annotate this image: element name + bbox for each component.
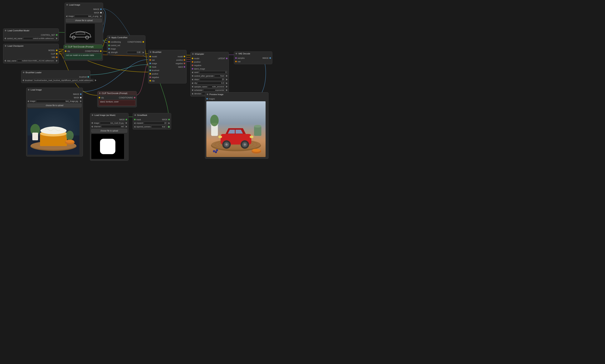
- ks-scheduler-row: scheduler exponential: [190, 88, 229, 92]
- grow-mask-header: GrowMask: [133, 113, 171, 117]
- bl-field-row: brushnet brushnet/random_mask_brushnet_c…: [21, 78, 90, 82]
- grow-mask-title: GrowMask: [137, 114, 147, 116]
- port-image-dot[interactable]: [100, 8, 102, 10]
- ckpt-field-value: realisticVisionV60B1_v51VAE.safetensors: [17, 59, 55, 62]
- svg-rect-12: [32, 133, 38, 140]
- load-image-top-node: Load Image IMAGE MASK image test_cn.png …: [65, 3, 103, 45]
- strength-tri-right[interactable]: [143, 52, 144, 53]
- strength-tri-left[interactable]: [108, 52, 110, 53]
- clip-positive-text[interactable]: red car model on a wooden table: [65, 53, 102, 59]
- lm-image-field: image test_mask (6).jpg: [90, 121, 128, 125]
- preview-image-header: Preview Image: [205, 92, 268, 96]
- lib-image-value: test_image.jpg: [36, 100, 79, 103]
- ks-control-row: control_after_generate fixed: [190, 74, 229, 78]
- svg-point-38: [215, 151, 217, 153]
- clip-negative-title: CLIP Text Encode (Prompt): [102, 92, 127, 94]
- ks-steps-row: steps 20: [190, 78, 229, 81]
- bn-clip-in: clip: [148, 79, 186, 82]
- cn-clip-in: clip CONDITIONING: [97, 96, 136, 99]
- cn-field-value: control-scribble.safetensors: [23, 37, 55, 40]
- vae-decode-node: VAE Decode samples IMAGE vae: [234, 52, 272, 64]
- lm-image-value: test_mask (6).jpg: [100, 122, 125, 124]
- load-checkpoint-title: Load Checkpoint: [8, 45, 24, 47]
- bl-field-value: brushnet/random_mask_brushnet_ckpt/diffu…: [33, 79, 94, 82]
- bl-brushnet-out: brushnet: [21, 75, 90, 78]
- port-model-out: MODEL: [3, 49, 59, 52]
- pi-images-in: images: [205, 97, 268, 101]
- conditioning-in-dot[interactable]: [108, 41, 110, 43]
- apply-controlnet-header: Apply ControlNet: [107, 36, 145, 39]
- control-net-in-row: control_net: [107, 44, 145, 47]
- ks-model-in: model LATENT: [190, 57, 229, 60]
- ckpt-tri-right[interactable]: [56, 60, 57, 62]
- image-in-dot[interactable]: [108, 48, 110, 50]
- svg-point-25: [225, 143, 228, 146]
- preview-image-title: Preview Image: [209, 93, 223, 95]
- load-mask-title: Load Image (as Mask): [94, 114, 115, 116]
- ks-cfg-row: cfg 6.0: [190, 81, 229, 85]
- lm-channel-field: channel red: [90, 125, 128, 128]
- load-checkpoint-dot: [5, 45, 6, 47]
- port-clip-dot[interactable]: [56, 53, 57, 55]
- brushnet-header: BrushNet: [148, 50, 186, 54]
- control-net-in-dot[interactable]: [108, 45, 110, 46]
- ksampler-dot: [192, 53, 194, 55]
- ks-seed-row: seed 0: [190, 71, 229, 74]
- clip-positive-title: CLIP Text Encode (Prompt): [68, 46, 94, 48]
- upload-button-bottom[interactable]: choose file to upload: [27, 104, 81, 107]
- load-image-top-dot: [66, 4, 68, 6]
- port-controlnet-out: CONTROL_NET: [3, 33, 59, 37]
- gm-expand-value: 10: [144, 122, 167, 125]
- port-controlnet-dot[interactable]: [56, 34, 57, 36]
- cn-tri-right[interactable]: [56, 38, 57, 39]
- clip-text-negative-node: CLIP Text Encode (Prompt) clip CONDITION…: [97, 91, 137, 107]
- ckpt-field-row: ckpt_name realisticVisionV60B1_v51VAE.sa…: [3, 59, 59, 63]
- svg-point-37: [216, 149, 218, 151]
- lib-image-field: image test_image.jpg: [26, 99, 83, 103]
- brushnet-node: BrushNet model model vae positive image …: [148, 50, 187, 83]
- bn-brushnet-in: brushnet: [148, 69, 186, 72]
- load-checkpoint-node: Load Checkpoint MODEL CLIP VAE ckpt_name…: [3, 44, 59, 64]
- vd-vae-in: vae: [234, 60, 272, 63]
- load-image-top-header: Load Image: [65, 3, 103, 7]
- grow-mask-node: GrowMask mask MASK expand 10 tapered_cor…: [133, 113, 171, 130]
- tapered-toggle[interactable]: [168, 126, 170, 128]
- vae-decode-title: VAE Decode: [238, 52, 250, 55]
- brushnet-title: BrushNet: [152, 51, 161, 53]
- controlnet-field-row: control_net_name control-scribble.safete…: [3, 37, 59, 40]
- ckpt-tri-left[interactable]: [4, 60, 6, 62]
- bn-model-in: model model: [148, 55, 186, 58]
- image-tri-right[interactable]: [100, 15, 102, 17]
- image-in-row: image: [107, 47, 145, 51]
- svg-point-11: [66, 131, 74, 140]
- car-preview-image: [206, 101, 266, 157]
- svg-point-30: [218, 135, 222, 138]
- svg-point-29: [250, 135, 254, 138]
- load-mask-dot: [92, 114, 93, 116]
- upload-button-top[interactable]: choose file to upload: [66, 19, 102, 22]
- clip-negative-text[interactable]: stand, furniture, cover: [99, 100, 135, 106]
- lib-mask-out: MASK: [26, 96, 83, 99]
- brushnet-loader-dot: [23, 72, 25, 73]
- image-tri-left[interactable]: [66, 15, 67, 17]
- mask-preview-image: [91, 134, 124, 159]
- port-model-dot[interactable]: [56, 50, 57, 51]
- apply-controlnet-node: Apply ControlNet conditioning CONDITIONI…: [107, 35, 145, 55]
- cn-conditioning-out[interactable]: [143, 41, 144, 43]
- lib-image-out: IMAGE: [26, 92, 83, 96]
- clip-in-dot[interactable]: [65, 50, 66, 52]
- cn-tri-left[interactable]: [4, 38, 6, 39]
- lm-channel-value: red: [101, 125, 125, 128]
- conditioning-out-dot[interactable]: [100, 50, 102, 52]
- brushnet-loader-header: BrushNet Loader: [21, 71, 90, 74]
- ks-seed-value: 0: [199, 71, 228, 74]
- ks-cfg-value: 6.0: [198, 82, 225, 85]
- image-field-row: image test_cn.png: [65, 14, 103, 18]
- upload-button-mask[interactable]: choose file to upload: [91, 129, 127, 133]
- ksampler-header: KSampler: [190, 52, 229, 56]
- port-mask-dot[interactable]: [100, 12, 102, 13]
- port-clip-out: CLIP: [3, 52, 59, 55]
- svg-rect-0: [66, 24, 95, 43]
- ks-control-value: fixed: [215, 75, 225, 77]
- port-vae-dot[interactable]: [56, 56, 57, 58]
